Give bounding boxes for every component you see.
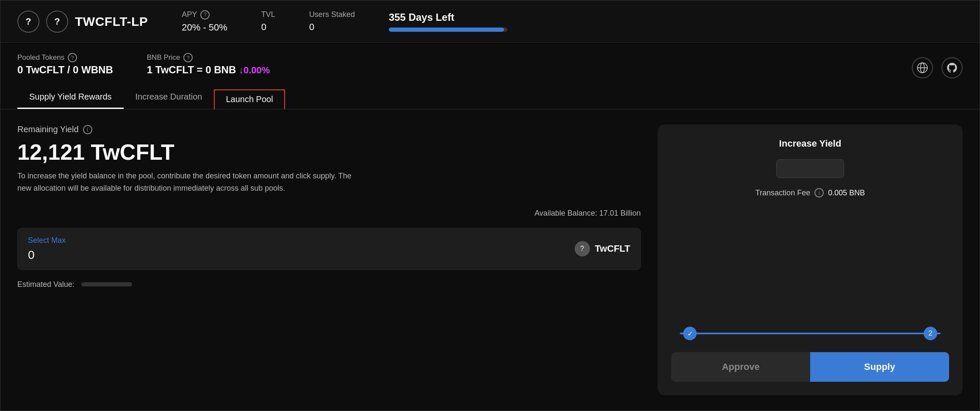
tvl-value: 0 <box>261 22 275 33</box>
remaining-yield-desc: To increase the yield balance in the poo… <box>17 170 356 194</box>
days-left-label: 355 Days Left <box>389 11 524 23</box>
header-left: ? ? TWCFLT-LP <box>17 11 148 33</box>
right-panel: Increase Yield Transaction Fee i 0.005 B… <box>658 125 963 395</box>
main-content: Remaining Yield i 12,121 TwCFLT To incre… <box>0 109 980 411</box>
action-buttons: Approve Supply <box>671 352 949 382</box>
pooled-tokens-label: Pooled Tokens ? <box>17 53 113 62</box>
available-balance-value: 17.01 Billion <box>599 209 641 217</box>
pool-name: TWCFLT-LP <box>75 14 148 29</box>
subheader: Pooled Tokens ? 0 TwCFLT / 0 WBNB BNB Pr… <box>0 43 980 109</box>
apy-info-icon[interactable]: ? <box>200 10 210 19</box>
slider-container[interactable]: ✓ 2 <box>671 328 949 339</box>
slider-checkmark-icon: ✓ <box>687 330 693 338</box>
pooled-row: Pooled Tokens ? 0 TwCFLT / 0 WBNB BNB Pr… <box>17 53 285 76</box>
users-staked-value: 0 <box>309 22 355 33</box>
progress-bar-fill <box>389 28 504 32</box>
tab-launch-pool[interactable]: Launch Pool <box>214 89 285 109</box>
slider-track: ✓ 2 <box>680 333 941 334</box>
tab-supply-yield-rewards[interactable]: Supply Yield Rewards <box>17 87 124 109</box>
supply-button[interactable]: Supply <box>810 352 949 382</box>
globe-icon-button[interactable] <box>912 57 933 78</box>
tx-fee-info-icon[interactable]: i <box>814 188 824 197</box>
estimated-label: Estimated Value: <box>17 280 75 289</box>
tabs: Supply Yield Rewards Increase Duration L… <box>17 87 285 109</box>
pooled-tokens-group: Pooled Tokens ? 0 TwCFLT / 0 WBNB <box>17 53 113 76</box>
slider-right-dot: 2 <box>924 327 937 340</box>
tvl-label: TVL <box>261 10 275 19</box>
input-box-left: Select Max 0 <box>28 236 66 262</box>
increase-yield-title: Increase Yield <box>671 138 949 149</box>
bnb-price-group: BNB Price ? 1 TwCFLT = 0 BNB ↓0.00% <box>147 53 270 76</box>
token-name: TwCFLT <box>595 243 631 254</box>
progress-bar-track <box>389 28 507 32</box>
input-box: Select Max 0 ? TwCFLT <box>17 228 641 270</box>
tvl-stat: TVL 0 <box>261 10 275 33</box>
subheader-left: Pooled Tokens ? 0 TwCFLT / 0 WBNB BNB Pr… <box>17 53 285 109</box>
remaining-yield-section: Remaining Yield i 12,121 TwCFLT To incre… <box>17 125 641 194</box>
bnb-price-info-icon[interactable]: ? <box>183 53 193 62</box>
token-amount-input[interactable]: 0 <box>28 248 66 262</box>
header-stats: APY ? 20% - 50% TVL 0 Users Staked 0 355… <box>182 10 963 33</box>
bnb-price-value: 1 TwCFLT = 0 BNB ↓0.00% <box>147 64 270 76</box>
slider-right-value: 2 <box>929 330 933 337</box>
remaining-yield-value: 12,121 TwCFLT <box>17 139 641 165</box>
yield-input-field[interactable] <box>776 159 844 178</box>
help-icon-2[interactable]: ? <box>46 11 68 33</box>
subheader-right <box>912 57 963 78</box>
tx-fee-value: 0.005 BNB <box>828 189 865 197</box>
remaining-yield-info-icon[interactable]: i <box>83 125 92 134</box>
tx-fee-label: Transaction Fee <box>756 189 810 197</box>
help-icon-1[interactable]: ? <box>17 11 39 33</box>
apy-value: 20% - 50% <box>182 22 227 33</box>
token-icon: ? <box>575 241 590 256</box>
users-staked-label: Users Staked <box>309 10 355 19</box>
slider-left-dot: ✓ <box>683 327 697 340</box>
tab-increase-duration[interactable]: Increase Duration <box>124 87 214 109</box>
users-staked-stat: Users Staked 0 <box>309 10 355 33</box>
days-left-group: 355 Days Left <box>389 11 524 32</box>
token-display: ? TwCFLT <box>575 241 631 256</box>
header: ? ? TWCFLT-LP APY ? 20% - 50% TVL 0 User… <box>0 0 980 43</box>
pooled-tokens-info-icon[interactable]: ? <box>68 53 77 62</box>
pooled-tokens-value: 0 TwCFLT / 0 WBNB <box>17 64 113 76</box>
tx-fee-row: Transaction Fee i 0.005 BNB <box>671 188 949 197</box>
bnb-price-label: BNB Price ? <box>147 53 270 62</box>
remaining-yield-label: Remaining Yield i <box>17 125 641 134</box>
apy-stat: APY ? 20% - 50% <box>182 10 227 33</box>
apy-label: APY ? <box>182 10 227 19</box>
estimated-bar <box>81 282 132 286</box>
price-change: ↓0.00% <box>239 65 270 75</box>
left-panel: Remaining Yield i 12,121 TwCFLT To incre… <box>17 125 641 395</box>
estimated-row: Estimated Value: <box>17 280 641 289</box>
github-icon-button[interactable] <box>941 57 963 78</box>
available-balance: Available Balance: 17.01 Billion <box>17 209 641 218</box>
approve-button[interactable]: Approve <box>671 352 810 382</box>
select-max-button[interactable]: Select Max <box>28 236 66 245</box>
